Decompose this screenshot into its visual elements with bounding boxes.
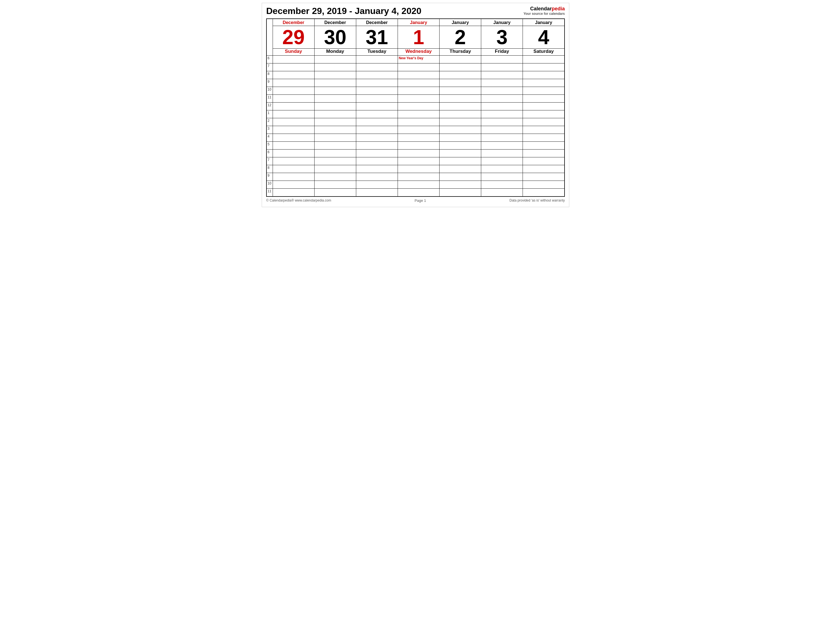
- event-cell-jan3-row17[interactable]: [481, 189, 523, 197]
- event-cell-dec31-row16[interactable]: [356, 181, 398, 189]
- event-cell-jan3-row0[interactable]: [481, 56, 523, 64]
- event-cell-dec29-row13[interactable]: [272, 157, 314, 165]
- event-cell-dec31-row5[interactable]: [356, 95, 398, 103]
- event-cell-jan1-row1[interactable]: [398, 64, 439, 71]
- event-cell-jan4-row14[interactable]: [523, 165, 565, 173]
- event-cell-jan4-row15[interactable]: [523, 173, 565, 181]
- event-cell-dec30-row13[interactable]: [314, 157, 356, 165]
- event-cell-jan3-row16[interactable]: [481, 181, 523, 189]
- event-cell-jan3-row3[interactable]: [481, 79, 523, 87]
- event-cell-jan1-row8[interactable]: [398, 118, 439, 126]
- event-cell-jan4-row11[interactable]: [523, 142, 565, 149]
- event-cell-jan4-row3[interactable]: [523, 79, 565, 87]
- event-cell-jan4-row0[interactable]: [523, 56, 565, 64]
- event-cell-dec30-row2[interactable]: [314, 71, 356, 79]
- event-cell-dec30-row10[interactable]: [314, 134, 356, 142]
- event-cell-jan1-row16[interactable]: [398, 181, 439, 189]
- event-cell-jan1-row9[interactable]: [398, 126, 439, 134]
- event-cell-jan1-row10[interactable]: [398, 134, 439, 142]
- event-cell-jan3-row7[interactable]: [481, 110, 523, 118]
- event-cell-jan4-row13[interactable]: [523, 157, 565, 165]
- event-cell-jan2-row1[interactable]: [439, 64, 481, 71]
- event-cell-jan2-row0[interactable]: [439, 56, 481, 64]
- event-cell-dec31-row14[interactable]: [356, 165, 398, 173]
- event-cell-dec29-row7[interactable]: [272, 110, 314, 118]
- event-cell-jan2-row3[interactable]: [439, 79, 481, 87]
- event-cell-jan3-row4[interactable]: [481, 87, 523, 95]
- event-cell-dec29-row10[interactable]: [272, 134, 314, 142]
- event-cell-jan1-row7[interactable]: [398, 110, 439, 118]
- event-cell-jan2-row11[interactable]: [439, 142, 481, 149]
- event-cell-jan4-row12[interactable]: [523, 149, 565, 157]
- event-cell-dec29-row0[interactable]: [272, 56, 314, 64]
- event-cell-jan3-row14[interactable]: [481, 165, 523, 173]
- event-cell-dec29-row17[interactable]: [272, 189, 314, 197]
- event-cell-jan4-row6[interactable]: [523, 103, 565, 110]
- event-cell-dec31-row1[interactable]: [356, 64, 398, 71]
- event-cell-jan4-row16[interactable]: [523, 181, 565, 189]
- event-cell-dec30-row1[interactable]: [314, 64, 356, 71]
- event-cell-jan2-row17[interactable]: [439, 189, 481, 197]
- event-cell-jan3-row10[interactable]: [481, 134, 523, 142]
- event-cell-jan2-row9[interactable]: [439, 126, 481, 134]
- event-cell-dec31-row17[interactable]: [356, 189, 398, 197]
- event-cell-jan3-row12[interactable]: [481, 149, 523, 157]
- event-cell-jan1-row11[interactable]: [398, 142, 439, 149]
- event-cell-jan3-row5[interactable]: [481, 95, 523, 103]
- event-cell-dec29-row14[interactable]: [272, 165, 314, 173]
- event-cell-dec30-row14[interactable]: [314, 165, 356, 173]
- event-cell-jan1-row6[interactable]: [398, 103, 439, 110]
- event-cell-dec30-row6[interactable]: [314, 103, 356, 110]
- event-cell-jan2-row16[interactable]: [439, 181, 481, 189]
- event-cell-jan2-row4[interactable]: [439, 87, 481, 95]
- event-cell-dec31-row6[interactable]: [356, 103, 398, 110]
- event-cell-jan1-row5[interactable]: [398, 95, 439, 103]
- event-cell-jan1-row15[interactable]: [398, 173, 439, 181]
- event-cell-jan1-row17[interactable]: [398, 189, 439, 197]
- event-cell-jan4-row17[interactable]: [523, 189, 565, 197]
- event-cell-jan1-row3[interactable]: [398, 79, 439, 87]
- event-cell-dec30-row9[interactable]: [314, 126, 356, 134]
- event-cell-dec31-row3[interactable]: [356, 79, 398, 87]
- event-cell-dec30-row3[interactable]: [314, 79, 356, 87]
- event-cell-dec30-row17[interactable]: [314, 189, 356, 197]
- event-cell-dec31-row7[interactable]: [356, 110, 398, 118]
- event-cell-jan2-row10[interactable]: [439, 134, 481, 142]
- event-cell-dec31-row15[interactable]: [356, 173, 398, 181]
- event-cell-dec31-row13[interactable]: [356, 157, 398, 165]
- event-cell-dec29-row8[interactable]: [272, 118, 314, 126]
- event-cell-jan3-row9[interactable]: [481, 126, 523, 134]
- event-cell-jan1-row14[interactable]: [398, 165, 439, 173]
- event-cell-jan4-row7[interactable]: [523, 110, 565, 118]
- event-cell-dec31-row10[interactable]: [356, 134, 398, 142]
- event-cell-dec30-row0[interactable]: [314, 56, 356, 64]
- event-cell-jan2-row2[interactable]: [439, 71, 481, 79]
- event-cell-dec31-row2[interactable]: [356, 71, 398, 79]
- event-cell-dec29-row3[interactable]: [272, 79, 314, 87]
- event-cell-dec30-row11[interactable]: [314, 142, 356, 149]
- event-cell-jan4-row8[interactable]: [523, 118, 565, 126]
- event-cell-dec29-row1[interactable]: [272, 64, 314, 71]
- event-cell-jan4-row1[interactable]: [523, 64, 565, 71]
- event-cell-dec29-row12[interactable]: [272, 149, 314, 157]
- event-cell-dec29-row2[interactable]: [272, 71, 314, 79]
- event-cell-jan4-row5[interactable]: [523, 95, 565, 103]
- event-cell-dec31-row11[interactable]: [356, 142, 398, 149]
- event-cell-jan1-row12[interactable]: [398, 149, 439, 157]
- event-cell-jan1-row0[interactable]: New Year's Day: [398, 56, 439, 64]
- event-cell-dec30-row8[interactable]: [314, 118, 356, 126]
- event-cell-jan1-row4[interactable]: [398, 87, 439, 95]
- event-cell-dec31-row0[interactable]: [356, 56, 398, 64]
- event-cell-jan1-row2[interactable]: [398, 71, 439, 79]
- event-cell-dec29-row4[interactable]: [272, 87, 314, 95]
- event-cell-jan3-row15[interactable]: [481, 173, 523, 181]
- event-cell-dec29-row11[interactable]: [272, 142, 314, 149]
- event-cell-dec31-row4[interactable]: [356, 87, 398, 95]
- event-cell-jan2-row13[interactable]: [439, 157, 481, 165]
- event-cell-jan3-row11[interactable]: [481, 142, 523, 149]
- event-cell-jan3-row8[interactable]: [481, 118, 523, 126]
- event-cell-jan4-row9[interactable]: [523, 126, 565, 134]
- event-cell-dec31-row8[interactable]: [356, 118, 398, 126]
- event-cell-jan2-row15[interactable]: [439, 173, 481, 181]
- event-cell-dec29-row9[interactable]: [272, 126, 314, 134]
